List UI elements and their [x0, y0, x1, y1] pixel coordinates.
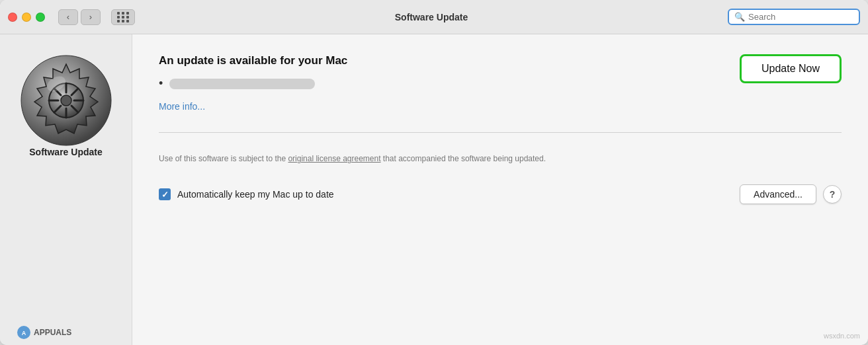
svg-text:A: A	[22, 330, 26, 336]
update-info: An update is available for your Mac • Mo…	[159, 54, 726, 112]
wsxdn-text: wsxdn.com	[824, 332, 860, 340]
search-box: 🔍	[728, 9, 860, 25]
license-text: Use of this software is subject to the o…	[159, 153, 609, 165]
license-text-after: that accompanied the software being upda…	[381, 154, 546, 163]
update-section: An update is available for your Mac • Mo…	[159, 54, 842, 112]
update-item-placeholder	[169, 79, 315, 89]
forward-button[interactable]: ›	[81, 9, 101, 25]
back-icon: ‹	[67, 12, 69, 22]
window-title: Software Update	[143, 12, 720, 22]
right-buttons: Advanced... ?	[740, 184, 842, 204]
back-button[interactable]: ‹	[58, 9, 78, 25]
minimize-button[interactable]	[22, 13, 31, 22]
license-link[interactable]: original license agreement	[288, 154, 380, 163]
grid-icon	[117, 12, 130, 22]
auto-update-label: Automatically keep my Mac up to date	[177, 189, 334, 200]
appuals-watermark: A APPUALS	[17, 325, 71, 340]
traffic-lights	[8, 13, 45, 22]
software-update-icon	[20, 54, 112, 147]
sidebar: Software Update	[0, 34, 132, 345]
more-info-link[interactable]: More info...	[159, 101, 205, 112]
update-now-button[interactable]: Update Now	[740, 54, 842, 83]
auto-update-checkbox[interactable]: ✓	[159, 188, 171, 200]
close-button[interactable]	[8, 13, 17, 22]
svg-point-10	[61, 95, 71, 106]
auto-update-row: ✓ Automatically keep my Mac up to date	[159, 188, 334, 200]
main-panel: An update is available for your Mac • Mo…	[132, 34, 868, 345]
wsxdn-watermark: wsxdn.com	[824, 332, 860, 340]
bottom-row: ✓ Automatically keep my Mac up to date A…	[159, 184, 842, 204]
maximize-button[interactable]	[36, 13, 45, 22]
checkmark-icon: ✓	[161, 190, 169, 200]
advanced-button[interactable]: Advanced...	[740, 184, 816, 204]
license-text-before: Use of this software is subject to the	[159, 154, 288, 163]
update-item: •	[159, 77, 726, 91]
titlebar: ‹ › Software Update 🔍	[0, 0, 868, 34]
forward-icon: ›	[89, 12, 92, 22]
sidebar-label: Software Update	[29, 147, 102, 157]
nav-buttons: ‹ ›	[58, 9, 101, 25]
divider	[159, 132, 842, 133]
bullet-point: •	[159, 77, 163, 91]
help-button[interactable]: ?	[823, 185, 842, 204]
grid-view-button[interactable]	[111, 9, 135, 25]
search-icon: 🔍	[734, 12, 745, 22]
update-title: An update is available for your Mac	[159, 54, 726, 67]
search-input[interactable]	[748, 12, 847, 22]
appuals-text: APPUALS	[34, 328, 71, 337]
content-area: Software Update An update is available f…	[0, 34, 868, 345]
